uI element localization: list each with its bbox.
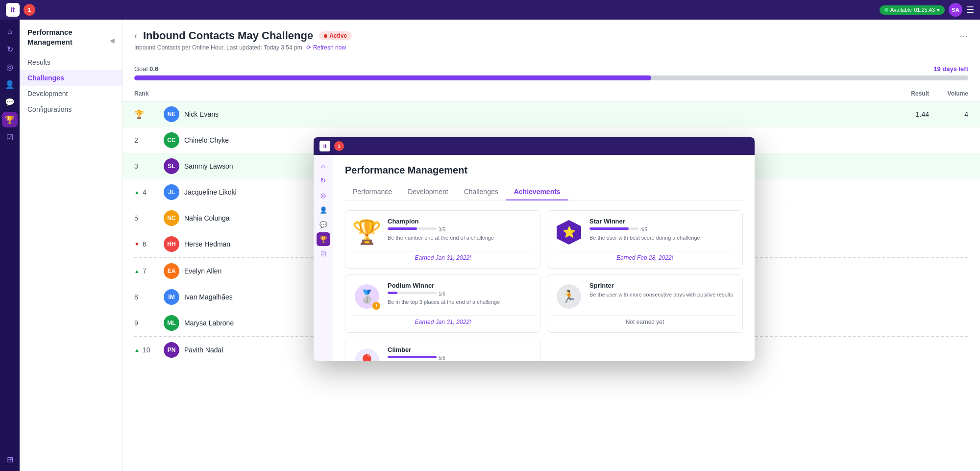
result-cell: 1.44	[890, 110, 929, 118]
overlay-icon-people[interactable]: 👤	[317, 203, 330, 217]
tab-achievements[interactable]: Achievements	[506, 184, 568, 200]
tab-challenges[interactable]: Challenges	[456, 184, 506, 200]
sidebar-icon-trophy[interactable]: 🏆	[2, 112, 18, 127]
progress-text: 5/5	[439, 355, 445, 361]
top-nav: it 1 Available 01:25:43 ▾ SA ☰	[0, 0, 980, 20]
achievement-progress-bar	[388, 227, 437, 230]
overlay-icon-analytics[interactable]: ↻	[317, 174, 330, 187]
sidebar-icon-grid[interactable]: ⊞	[2, 451, 18, 467]
trend-down-icon: ▼	[134, 241, 140, 247]
sidebar-item-challenges[interactable]: Challenges	[20, 70, 122, 86]
sidebar-collapse-btn[interactable]: ◀	[110, 37, 114, 45]
achievement-progress-fill	[388, 356, 437, 358]
overlay-icon-trophy[interactable]: 🏆	[317, 232, 330, 246]
overlay-icon-target[interactable]: ◎	[317, 188, 330, 202]
days-left: 19 days left	[933, 65, 968, 73]
status-pill[interactable]: Available 01:25:43 ▾	[880, 5, 945, 15]
sidebar-item-configurations[interactable]: Configurations	[20, 101, 122, 117]
rank-cell: ▲ 7	[134, 267, 164, 275]
sidebar-icon-people[interactable]: 👤	[2, 76, 18, 92]
overlay-tabs: Performance Development Challenges Achie…	[345, 184, 743, 200]
rank-cell: 9	[134, 319, 164, 327]
achievement-card-top: 🏃 Sprinter Be the user with more consecu…	[554, 282, 735, 311]
progress-section: Goal 0.6 19 days left	[122, 59, 980, 86]
avatar: PN	[164, 342, 179, 358]
star-winner-icon: ⭐	[554, 218, 584, 247]
earned-text: Earned Feb 28, 2022!	[616, 254, 673, 261]
achievement-info: Sprinter Be the user with more consecuti…	[589, 282, 735, 298]
progress-bar-background	[134, 75, 968, 80]
progress-bar-fill	[134, 75, 651, 80]
achievement-name: Star Winner	[589, 218, 735, 225]
progress-meta: Goal 0.6 19 days left	[134, 65, 968, 73]
player-name: Marysa Labrone	[184, 319, 234, 327]
avatar: JL	[164, 184, 179, 200]
left-icon-sidebar: ⌂ ↻ ◎ 👤 💬 🏆 ☑ ⊞	[0, 20, 20, 471]
trophy-icon: 🏆	[134, 110, 144, 119]
achievement-name: Podium Winner	[388, 282, 534, 289]
col-header-result: Result	[890, 90, 929, 97]
achievement-footer: Not earned yet	[554, 315, 735, 325]
sidebar-icon-analytics[interactable]: ↻	[2, 41, 18, 57]
overlay-page-title: Performance Management	[345, 165, 743, 176]
status-chevron-icon: ▾	[937, 7, 940, 13]
overlay-logo[interactable]: it	[319, 141, 330, 151]
status-dot	[884, 8, 888, 12]
overlay-icon-checklist[interactable]: ☑	[317, 247, 330, 261]
trend-up-icon: ▲	[134, 347, 140, 353]
hamburger-menu-icon[interactable]: ☰	[966, 4, 974, 15]
sprinter-icon: 🏃	[554, 282, 584, 311]
overlay-icon-chat[interactable]: 💬	[317, 218, 330, 231]
volume-cell: 4	[929, 110, 968, 118]
achievement-progress-bar	[388, 292, 437, 294]
player-name: Nahia Colunga	[184, 214, 230, 222]
more-options-button[interactable]: ⋯	[959, 30, 968, 41]
tab-performance[interactable]: Performance	[345, 184, 400, 200]
overlay-notification-badge[interactable]: 1	[334, 141, 344, 151]
overlay-main-content: Performance Management Performance Devel…	[333, 155, 755, 361]
avatar: ML	[164, 315, 179, 331]
progress-row: 5/5	[388, 355, 534, 361]
achievement-progress-fill	[388, 292, 397, 294]
achievement-desc: Be the user with best score during a cha…	[589, 234, 735, 242]
sidebar-title: Performance Management ◀	[20, 27, 122, 54]
back-button[interactable]: ‹	[134, 31, 137, 41]
rank-cell: ▼ 6	[134, 240, 164, 248]
col-header-volume: Volume	[929, 90, 968, 97]
trend-up-icon: ▲	[134, 189, 140, 195]
rank-cell: 2	[134, 136, 164, 144]
progress-row: 3/5	[388, 227, 534, 232]
achievement-footer: Earned Jan 31, 2022!	[352, 315, 534, 325]
achievement-desc: Be the user with more consecutive days w…	[589, 291, 735, 298]
user-avatar[interactable]: SA	[949, 3, 962, 17]
progress-text: 4/5	[640, 227, 647, 232]
player-name: Evelyn Allen	[184, 267, 221, 275]
player-name: Chinelo Chyke	[184, 136, 229, 144]
sidebar-icon-checklist[interactable]: ☑	[2, 129, 18, 145]
achievement-info: Champion 3/5 Be the number one at the en…	[388, 218, 534, 242]
overlay-icon-home[interactable]: ⌂	[317, 159, 330, 173]
sidebar-icon-chat[interactable]: 💬	[2, 94, 18, 110]
achievement-card-star-winner: ⭐ Star Winner 4/5 Be the user with best …	[547, 210, 743, 269]
overlay-sidebar: ⌂ ↻ ◎ 👤 💬 🏆 ☑	[314, 155, 333, 361]
sidebar-item-development[interactable]: Development	[20, 86, 122, 101]
app-logo[interactable]: it	[6, 3, 20, 17]
avatar: SL	[164, 158, 179, 174]
achievements-grid: 🏆 Champion 3/5 Be the number one at the …	[345, 210, 743, 361]
progress-row: 1/5	[388, 291, 534, 297]
sidebar-icon-home[interactable]: ⌂	[2, 24, 18, 39]
active-dot	[324, 34, 327, 38]
achievement-card-podium-winner: 🥈 1 Podium Winner 1/5	[345, 274, 541, 333]
rank-cell: 3	[134, 162, 164, 170]
refresh-link[interactable]: ⟳ Refresh now	[306, 44, 346, 51]
achievement-card-top: 🏆 Champion 3/5 Be the number one at the …	[352, 218, 534, 247]
tab-development[interactable]: Development	[400, 184, 456, 200]
achievement-card-top: 🥈 1 Podium Winner 1/5	[352, 282, 534, 311]
achievement-card-sprinter: 🏃 Sprinter Be the user with more consecu…	[547, 274, 743, 333]
sidebar-item-results[interactable]: Results	[20, 54, 122, 70]
notification-badge[interactable]: 1	[24, 4, 35, 16]
player-name: Nick Evans	[184, 110, 219, 118]
achievement-progress-bar	[388, 356, 437, 358]
rank-cell: 8	[134, 293, 164, 301]
sidebar-icon-target[interactable]: ◎	[2, 59, 18, 74]
